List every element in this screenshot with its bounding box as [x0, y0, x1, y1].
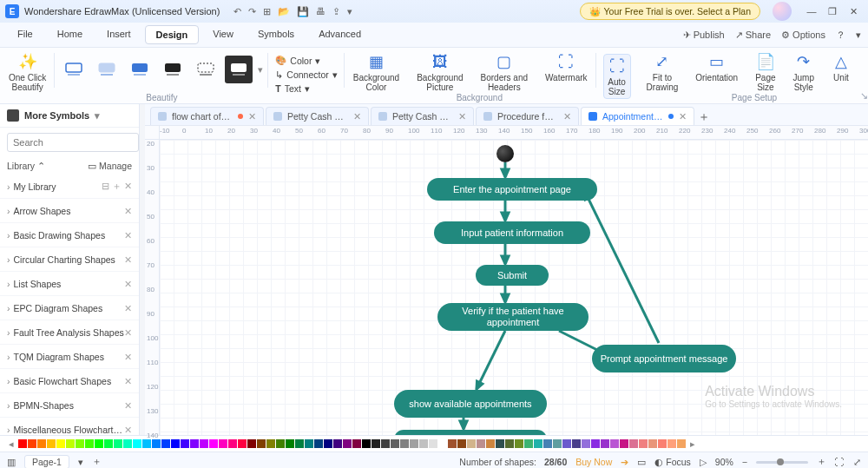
library-category[interactable]: ›Arrow Shapes✕: [0, 199, 139, 223]
color-swatch[interactable]: [56, 439, 65, 448]
close-icon[interactable]: ✕: [124, 376, 132, 386]
close-icon[interactable]: ✕: [124, 327, 132, 338]
watermark-button[interactable]: ⛶Watermark: [542, 50, 591, 84]
menu-more-icon[interactable]: ▾: [856, 29, 861, 42]
page-tab[interactable]: Page-1: [24, 455, 69, 468]
color-swatch[interactable]: [95, 439, 103, 448]
fullscreen-icon[interactable]: ⤢: [853, 457, 861, 467]
color-swatch[interactable]: [524, 439, 533, 448]
color-swatch[interactable]: [152, 439, 161, 448]
theme-style-3[interactable]: [126, 56, 154, 83]
color-swatch[interactable]: [381, 439, 390, 448]
library-category[interactable]: ›Miscellaneous Flowchart Sh...✕: [0, 418, 139, 435]
color-swatch[interactable]: [276, 439, 285, 448]
color-swatch[interactable]: [238, 439, 247, 448]
color-swatch[interactable]: [429, 439, 437, 448]
flowchart-node[interactable]: Submit: [476, 265, 549, 286]
close-button[interactable]: ✕: [844, 3, 863, 19]
swatch-next-icon[interactable]: ▸: [687, 438, 699, 450]
color-swatch[interactable]: [190, 439, 199, 448]
menu-design[interactable]: Design: [145, 25, 200, 44]
close-icon[interactable]: ✕: [124, 400, 132, 411]
color-swatch[interactable]: [37, 439, 46, 448]
color-swatch[interactable]: [505, 439, 514, 448]
maximize-button[interactable]: ❐: [823, 3, 842, 19]
qat-more-icon[interactable]: ▾: [347, 6, 352, 17]
close-icon[interactable]: ✕: [679, 111, 687, 122]
color-swatch[interactable]: [572, 439, 581, 448]
flowchart-node[interactable]: patient chooses an: [394, 430, 547, 435]
color-swatch[interactable]: [142, 439, 151, 448]
fit-drawing-button[interactable]: ⤢Fit to Drawing: [643, 50, 682, 94]
color-swatch[interactable]: [515, 439, 523, 448]
close-icon[interactable]: ✕: [563, 111, 571, 122]
close-icon[interactable]: ✕: [124, 230, 132, 241]
theme-style-4[interactable]: [159, 56, 187, 83]
close-icon[interactable]: ✕: [124, 352, 132, 362]
library-category[interactable]: ›My Library⊟ ＋ ✕: [0, 175, 139, 199]
page-size-button[interactable]: 📄Page Size: [752, 50, 779, 94]
export-icon[interactable]: ⇪: [332, 6, 340, 17]
zoom-in-button[interactable]: ＋: [817, 456, 826, 468]
color-swatch[interactable]: [200, 439, 208, 448]
auto-size-button[interactable]: ⛶Auto Size: [603, 54, 631, 99]
library-category[interactable]: ›Circular Charting Shapes✕: [0, 247, 139, 272]
close-icon[interactable]: ✕: [124, 254, 132, 265]
color-swatch[interactable]: [247, 439, 256, 448]
library-category[interactable]: ›EPC Diagram Shapes✕: [0, 296, 139, 320]
color-swatch[interactable]: [28, 439, 36, 448]
color-swatch[interactable]: [123, 439, 132, 448]
fit-page-icon[interactable]: ⛶: [835, 457, 845, 467]
color-swatch[interactable]: [477, 439, 485, 448]
color-swatch[interactable]: [438, 439, 447, 448]
color-swatch[interactable]: [161, 439, 170, 448]
add-page-button[interactable]: ＋: [92, 456, 102, 468]
save-icon[interactable]: 💾: [297, 6, 309, 17]
color-dropdown[interactable]: 🎨Color ▾: [273, 54, 339, 67]
symbols-panel-header[interactable]: More Symbols▾: [0, 104, 139, 128]
library-category[interactable]: ›Fault Tree Analysis Shapes✕: [0, 320, 139, 345]
new-icon[interactable]: ⊞: [263, 6, 271, 17]
one-click-beautify-button[interactable]: ✨ One Click Beautify: [5, 50, 49, 94]
close-icon[interactable]: ✕: [353, 111, 361, 122]
color-swatch[interactable]: [400, 439, 409, 448]
color-swatch[interactable]: [181, 439, 189, 448]
color-swatch[interactable]: [457, 439, 466, 448]
color-swatch[interactable]: [553, 439, 562, 448]
color-swatch[interactable]: [85, 439, 94, 448]
menu-view[interactable]: View: [202, 25, 244, 44]
horizontal-ruler[interactable]: -100102030405060708090100110120130140150…: [160, 126, 868, 140]
flowchart-node[interactable]: Enter the appointment page: [427, 178, 597, 201]
library-category[interactable]: ›TQM Diagram Shapes✕: [0, 345, 139, 369]
close-icon[interactable]: ✕: [124, 425, 132, 435]
color-swatch[interactable]: [562, 439, 571, 448]
ribbon-launcher-icon[interactable]: ↘: [859, 48, 868, 103]
color-swatch[interactable]: [333, 439, 342, 448]
theme-style-1[interactable]: [60, 56, 88, 83]
connector-dropdown[interactable]: ↳Connector ▾: [273, 69, 339, 81]
minimize-button[interactable]: —: [802, 3, 821, 19]
color-swatch[interactable]: [286, 439, 294, 448]
menu-insert[interactable]: Insert: [96, 25, 141, 44]
page-menu-icon[interactable]: ▾: [78, 457, 83, 467]
menu-file[interactable]: File: [7, 25, 43, 44]
borders-headers-button[interactable]: ▢Borders and Headers: [477, 50, 531, 94]
color-swatch[interactable]: [133, 439, 141, 448]
library-category[interactable]: ›Basic Drawing Shapes✕: [0, 223, 139, 247]
orientation-button[interactable]: ▭Orientation: [692, 50, 741, 84]
document-tab[interactable]: Petty Cash Flow...✕: [266, 107, 369, 125]
color-swatch[interactable]: [372, 439, 380, 448]
menu-home[interactable]: Home: [47, 25, 93, 44]
zoom-slider[interactable]: [756, 461, 808, 464]
color-swatch[interactable]: [620, 439, 628, 448]
focus-toggle[interactable]: ◐ Focus: [654, 457, 691, 467]
flowchart-start-node[interactable]: [496, 145, 514, 162]
color-swatch[interactable]: [410, 439, 418, 448]
color-swatch[interactable]: [343, 439, 352, 448]
open-icon[interactable]: 📂: [278, 6, 290, 17]
color-swatch[interactable]: [76, 439, 84, 448]
color-swatch[interactable]: [582, 439, 590, 448]
add-tab-button[interactable]: ＋: [696, 109, 712, 125]
unit-button[interactable]: △Unit: [828, 50, 854, 84]
print-icon[interactable]: 🖶: [316, 6, 326, 17]
